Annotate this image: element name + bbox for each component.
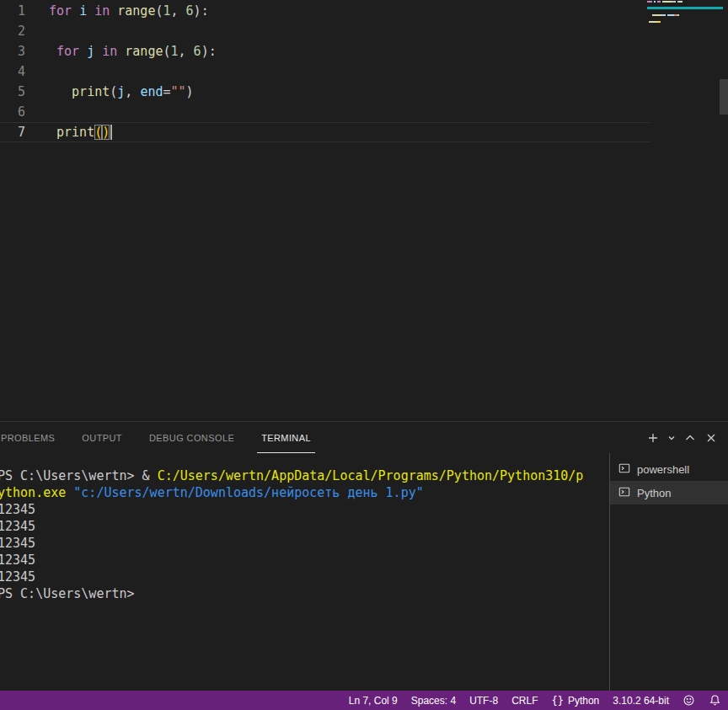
editor-scrollbar[interactable] xyxy=(720,79,728,115)
new-terminal-button[interactable] xyxy=(646,431,660,445)
terminal-row: 12345 xyxy=(0,501,609,518)
panel-header: PROBLEMSOUTPUTDEBUG CONSOLETERMINAL xyxy=(0,422,728,453)
code-line-7[interactable]: 7 print() xyxy=(0,122,650,142)
terminal-row: ython.exe "c:/Users/wertn/Downloads/нейр… xyxy=(0,484,609,501)
close-panel-icon[interactable] xyxy=(704,431,718,445)
line-number: 2 xyxy=(0,21,25,41)
statusbar-label: Spaces: 4 xyxy=(411,695,456,707)
code-line-3[interactable]: 3 for j in range(1, 6): xyxy=(0,41,650,61)
panel-tabs: PROBLEMSOUTPUTDEBUG CONSOLETERMINAL xyxy=(0,422,334,453)
statusbar-eol[interactable]: CRLF xyxy=(505,691,544,710)
statusbar-label: Ln 7, Col 9 xyxy=(349,695,398,707)
statusbar-label: Python xyxy=(568,695,599,707)
terminal-icon xyxy=(618,486,630,500)
maximize-panel-chevron-up-icon[interactable] xyxy=(683,431,697,445)
panel-tab-debug-console[interactable]: DEBUG CONSOLE xyxy=(145,422,238,453)
notifications-bell-icon[interactable] xyxy=(702,691,728,710)
terminal-instance-powershell[interactable]: powershell xyxy=(610,457,728,481)
statusbar-python-interpreter[interactable]: 3.10.2 64-bit xyxy=(606,691,676,710)
panel-tab-terminal[interactable]: TERMINAL xyxy=(257,422,315,453)
terminal-list: powershellPython xyxy=(609,453,728,691)
statusbar-language-mode[interactable]: {}Python xyxy=(544,691,606,710)
line-number: 5 xyxy=(0,82,25,102)
code-line-6[interactable]: 6 xyxy=(0,102,650,122)
code-line-2[interactable]: 2 xyxy=(0,21,650,41)
terminal-profile-dropdown-icon[interactable] xyxy=(667,434,676,442)
code-text: print(j, end="") xyxy=(49,82,194,102)
statusbar-items: Ln 7, Col 9Spaces: 4UTF-8CRLF{}Python3.1… xyxy=(342,691,676,710)
statusbar-cursor-position[interactable]: Ln 7, Col 9 xyxy=(342,691,404,710)
vscode-window: 1for i in range(1, 6):23 for j in range(… xyxy=(0,0,728,710)
code-text: for i in range(1, 6): xyxy=(49,1,209,21)
panel-actions xyxy=(646,431,728,445)
line-number: 7 xyxy=(0,122,25,142)
statusbar-indentation[interactable]: Spaces: 4 xyxy=(404,691,463,710)
code-lines: 1for i in range(1, 6):23 for j in range(… xyxy=(0,0,728,142)
line-number: 4 xyxy=(0,61,25,82)
code-text: print() xyxy=(49,122,112,142)
minimap-content xyxy=(647,1,723,23)
statusbar-label: 3.10.2 64-bit xyxy=(613,695,669,707)
terminal-row: 12345 xyxy=(0,535,609,552)
terminal-icon xyxy=(618,462,630,477)
terminal-output[interactable]: PS C:\Users\wertn> & C:/Users/wertn/AppD… xyxy=(0,453,609,691)
text-cursor xyxy=(110,125,112,140)
terminal-instance-python[interactable]: Python xyxy=(610,481,728,504)
status-bar: Ln 7, Col 9Spaces: 4UTF-8CRLF{}Python3.1… xyxy=(0,691,728,710)
feedback-icon[interactable] xyxy=(676,691,702,710)
terminal-row: PS C:\Users\wertn> & C:/Users/wertn/AppD… xyxy=(0,467,609,484)
code-line-1[interactable]: 1for i in range(1, 6): xyxy=(0,1,650,21)
braces-icon: {} xyxy=(551,695,563,707)
panel-body: PS C:\Users\wertn> & C:/Users/wertn/AppD… xyxy=(0,453,728,691)
code-line-5[interactable]: 5 print(j, end="") xyxy=(0,82,650,102)
terminal-row: 12345 xyxy=(0,569,609,585)
terminal-row: 12345 xyxy=(0,552,609,569)
line-number: 1 xyxy=(0,1,25,21)
terminal-instance-label: powershell xyxy=(637,463,689,476)
minimap-decoration xyxy=(647,7,723,9)
panel-tab-problems[interactable]: PROBLEMS xyxy=(0,422,59,453)
terminal-row: PS C:\Users\wertn> xyxy=(0,585,609,602)
statusbar-label: UTF-8 xyxy=(469,695,498,707)
statusbar-encoding[interactable]: UTF-8 xyxy=(463,691,505,710)
panel-tab-output[interactable]: OUTPUT xyxy=(78,422,126,453)
terminal-row: 12345 xyxy=(0,518,609,535)
code-text: for j in range(1, 6): xyxy=(49,41,217,61)
code-line-4[interactable]: 4 xyxy=(0,61,650,82)
statusbar-label: CRLF xyxy=(511,695,538,707)
terminal-instance-label: Python xyxy=(637,487,671,499)
line-number: 6 xyxy=(0,102,25,122)
minimap[interactable] xyxy=(647,1,723,24)
bottom-panel: PROBLEMSOUTPUTDEBUG CONSOLETERMINAL PS C… xyxy=(0,421,728,691)
line-number: 3 xyxy=(0,41,25,61)
editor[interactable]: 1for i in range(1, 6):23 for j in range(… xyxy=(0,0,728,421)
